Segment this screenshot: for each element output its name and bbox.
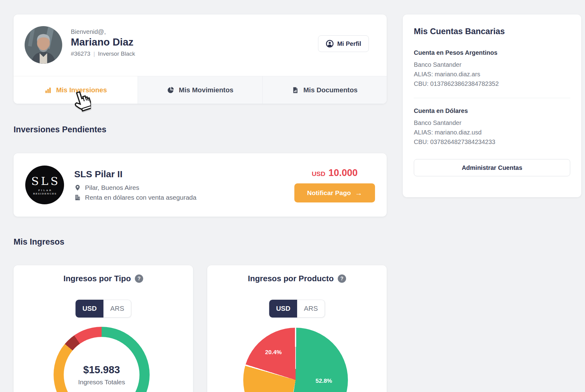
account-cbu: CBU: 01378623862384782352 bbox=[414, 79, 570, 89]
arrow-right-icon: → bbox=[355, 189, 362, 197]
investment-location-row: Pilar, Buenos Aires bbox=[74, 184, 196, 191]
investment-location: Pilar, Buenos Aires bbox=[85, 184, 139, 191]
sls-logo-line2: PILAR bbox=[38, 189, 52, 192]
tab-label: Mis Inversiones bbox=[56, 86, 107, 94]
account-section-ars: Cuenta en Pesos Argentinos Banco Santand… bbox=[414, 49, 570, 89]
profile-card: Bienvenid@, Mariano Diaz #36273|Inversor… bbox=[14, 14, 387, 104]
meta-separator: | bbox=[93, 50, 95, 57]
investment-info: SLS Pilar II Pilar, Buenos Aires bbox=[74, 169, 196, 201]
greeting: Bienvenid@, bbox=[71, 28, 135, 35]
sls-logo-line1: SLS bbox=[31, 175, 60, 187]
income-by-product-card: Ingresos por Producto ? USD ARS 52.8% 20… bbox=[207, 265, 387, 392]
account-alias: ALIAS: mariano.diaz.usd bbox=[414, 128, 570, 137]
user-meta: #36273|Inversor Black bbox=[71, 50, 135, 57]
account-bank: Banco Santander bbox=[414, 60, 570, 70]
user-name: Mariano Diaz bbox=[71, 36, 135, 48]
sls-logo: SLS PILAR RESIDENCES bbox=[25, 166, 64, 204]
currency-toggle: USD ARS bbox=[269, 300, 325, 318]
amount-currency: USD bbox=[312, 170, 325, 178]
pending-investments-heading: Inversiones Pendientes bbox=[14, 125, 107, 134]
chart-title-row: Ingresos por Tipo ? bbox=[14, 274, 193, 283]
total-income-value: $15.983 bbox=[83, 364, 120, 376]
toggle-usd[interactable]: USD bbox=[269, 300, 297, 318]
manage-accounts-button[interactable]: Administrar Cuentas bbox=[414, 159, 570, 176]
location-pin-icon bbox=[74, 184, 81, 191]
investment-payment: USD 10.000 Notificar Pago → bbox=[294, 167, 375, 202]
income-by-type-donut-chart: $15.983 Ingresos Totales bbox=[54, 327, 150, 392]
account-cbu: CBU: 0378264827384234233 bbox=[414, 137, 570, 147]
account-alias: ALIAS: mariano.diaz.ars bbox=[414, 70, 570, 79]
profile-row: Bienvenid@, Mariano Diaz #36273|Inversor… bbox=[14, 14, 387, 76]
toggle-ars[interactable]: ARS bbox=[297, 300, 325, 318]
tab-mis-inversiones[interactable]: Mis Inversiones bbox=[14, 76, 138, 104]
chart-title-row: Ingresos por Producto ? bbox=[207, 274, 387, 283]
user-tier: Inversor Black bbox=[98, 50, 135, 57]
account-title: Cuenta en Pesos Argentinos bbox=[414, 49, 570, 56]
avatar bbox=[25, 26, 62, 64]
toggle-ars[interactable]: ARS bbox=[103, 300, 131, 318]
bank-accounts-title: Mis Cuentas Bancarias bbox=[414, 27, 570, 36]
investment-feature: Renta en dólares con venta asegurada bbox=[85, 194, 196, 201]
account-section-usd: Cuenta en Dólares Banco Santander ALIAS:… bbox=[414, 107, 570, 147]
pie-slice-label: 20.4% bbox=[265, 349, 282, 356]
investment-amount: USD 10.000 bbox=[312, 167, 357, 178]
income-by-product-pie-chart: 52.8% 20.4% bbox=[243, 328, 348, 392]
tab-label: Mis Documentos bbox=[303, 86, 357, 94]
amount-value: 10.000 bbox=[329, 167, 358, 178]
toggle-usd[interactable]: USD bbox=[75, 300, 103, 318]
document-icon bbox=[292, 86, 299, 94]
profile-button[interactable]: Mi Perfil bbox=[318, 35, 369, 52]
accounts-divider bbox=[414, 98, 570, 98]
pie-chart-icon bbox=[167, 86, 175, 94]
chart-title: Ingresos por Producto bbox=[248, 274, 334, 283]
tab-mis-movimientos[interactable]: Mis Movimientos bbox=[138, 76, 262, 104]
pie-slice-label: 52.8% bbox=[316, 378, 332, 384]
tab-mis-documentos[interactable]: Mis Documentos bbox=[262, 76, 387, 104]
bank-accounts-card: Mis Cuentas Bancarias Cuenta en Pesos Ar… bbox=[403, 14, 581, 197]
building-icon bbox=[74, 194, 81, 201]
profile-text: Bienvenid@, Mariano Diaz #36273|Inversor… bbox=[71, 26, 135, 76]
notify-payment-label: Notificar Pago bbox=[307, 189, 351, 197]
income-by-type-card: Ingresos por Tipo ? USD ARS $15.983 Ingr… bbox=[14, 265, 193, 392]
account-bank: Banco Santander bbox=[414, 118, 570, 128]
person-icon bbox=[326, 40, 334, 48]
pending-investment-card: SLS PILAR RESIDENCES SLS Pilar II Pilar,… bbox=[14, 153, 387, 217]
tab-label: Mis Movimientos bbox=[179, 86, 233, 94]
investment-name: SLS Pilar II bbox=[74, 169, 196, 179]
donut-center: $15.983 Ingresos Totales bbox=[64, 337, 139, 392]
total-income-label: Ingresos Totales bbox=[78, 378, 125, 386]
user-id: #36273 bbox=[71, 50, 90, 57]
investment-feature-row: Renta en dólares con venta asegurada bbox=[74, 194, 196, 201]
avatar-photo-placeholder bbox=[25, 26, 62, 64]
my-income-heading: Mis Ingresos bbox=[14, 237, 64, 247]
sls-logo-line3: RESIDENCES bbox=[33, 192, 57, 195]
profile-button-label: Mi Perfil bbox=[337, 40, 361, 47]
currency-toggle: USD ARS bbox=[75, 300, 131, 318]
chart-title: Ingresos por Tipo bbox=[63, 274, 131, 283]
question-icon[interactable]: ? bbox=[135, 274, 143, 283]
account-title: Cuenta en Dólares bbox=[414, 107, 570, 114]
question-icon[interactable]: ? bbox=[338, 274, 346, 283]
tab-bar: Mis Inversiones Mis Movimientos bbox=[14, 76, 387, 104]
bar-chart-icon bbox=[44, 86, 52, 94]
notify-payment-button[interactable]: Notificar Pago → bbox=[294, 183, 375, 202]
